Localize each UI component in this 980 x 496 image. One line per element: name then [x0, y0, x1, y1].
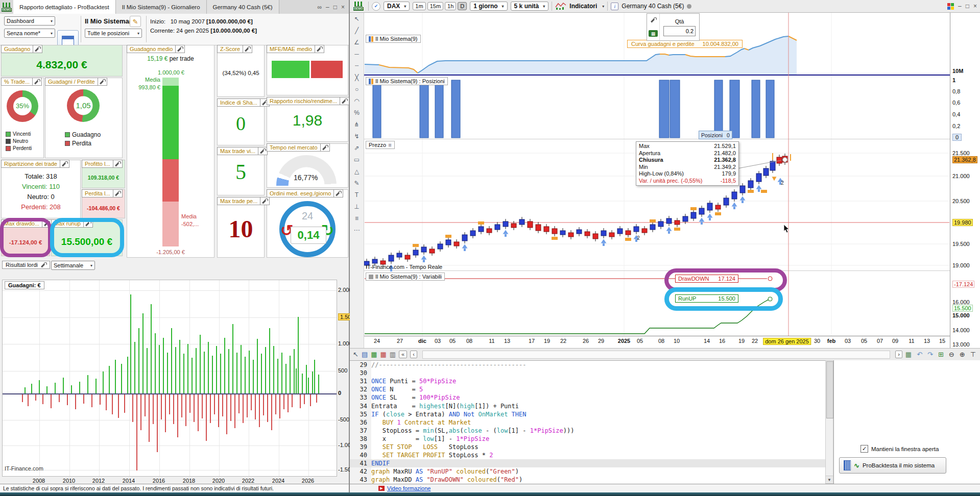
- undo-icon[interactable]: ↶: [917, 351, 922, 358]
- code-line[interactable]: 38 x = low[1] - 1*PipSize: [350, 435, 825, 443]
- layout-icon[interactable]: ▥: [390, 351, 396, 358]
- timeframe-button-1h[interactable]: 1h: [445, 2, 456, 10]
- widget-settings-icon[interactable]: [33, 78, 42, 86]
- equity-legend-chip[interactable]: Il Mio Sistema(9): [366, 35, 421, 43]
- fast-back-icon[interactable]: «: [399, 351, 407, 358]
- price-axis[interactable]: 10M10,80,60,40,2021.50021.362,821.00020.…: [950, 13, 980, 348]
- tab-rapporto-dettagliato[interactable]: Rapporto dettagliato - ProBacktest: [13, 0, 116, 14]
- code-line[interactable]: 39 SET STOP LOSS StopLoss: [350, 443, 825, 451]
- widget-settings-icon[interactable]: [260, 197, 270, 205]
- drawing-tool-icon-13[interactable]: △: [350, 165, 364, 177]
- detach-icon[interactable]: ∞: [317, 4, 322, 11]
- symbol-select[interactable]: DAX▾: [384, 2, 410, 11]
- period-select[interactable]: 1 giorno▾: [470, 2, 507, 11]
- variables-legend-chip[interactable]: Il Mio Sistema(9) : Variabili: [366, 272, 445, 281]
- drawing-tool-icon-8[interactable]: %: [350, 107, 364, 118]
- add-chart-icon[interactable]: ⊞: [938, 351, 944, 358]
- units-select[interactable]: 5 k unità▾: [511, 2, 549, 11]
- scroll-down-icon[interactable]: ▼: [826, 476, 833, 483]
- widget-settings-icon[interactable]: [60, 160, 69, 168]
- video-formazione-link[interactable]: Video formazione: [387, 485, 431, 491]
- grid-red-icon[interactable]: ▦: [380, 351, 387, 358]
- probacktest-run-button[interactable]: ∿ ProBacktesta il mio sistema: [839, 457, 946, 474]
- code-line[interactable]: 34Entrata = highest[N](high[1]) + Punti: [350, 402, 825, 410]
- time-axis[interactable]: 2427dic030508111317192226292025050810141…: [364, 336, 950, 349]
- timeframe-button-15m[interactable]: 15m: [427, 2, 443, 10]
- code-line[interactable]: 37 StopLoss = min(SL,abs(close - (low[1]…: [350, 427, 825, 435]
- code-line[interactable]: 40 SET TARGET PROFIT StopLoss * 2: [350, 451, 825, 459]
- drawing-tool-icon-10[interactable]: ↯: [350, 130, 364, 142]
- drawdown-flag[interactable]: DrawDOWN17.124: [675, 275, 738, 283]
- drawing-tool-icon-16[interactable]: ⊥: [350, 201, 364, 212]
- forward-icon[interactable]: ›: [895, 351, 902, 358]
- drawing-tool-icon-1[interactable]: ╱: [350, 24, 364, 36]
- close-icon[interactable]: ×: [973, 3, 977, 10]
- code-line[interactable]: 29//------------------------------------…: [350, 361, 825, 369]
- code-line[interactable]: 33ONCE SL = 100*PipSize: [350, 393, 825, 402]
- cursor-icon[interactable]: ↖: [353, 351, 358, 358]
- drawing-tool-icon-0[interactable]: ↖: [350, 13, 364, 24]
- drawing-tool-icon-11[interactable]: ⇗: [350, 142, 364, 154]
- widget-settings-icon[interactable]: [243, 45, 252, 53]
- calendar-icon[interactable]: ▦: [905, 351, 912, 358]
- minimize-icon[interactable]: –: [326, 4, 329, 11]
- grid-green-icon[interactable]: ▦: [371, 351, 377, 358]
- widget-settings-icon[interactable]: [334, 189, 343, 197]
- back-icon[interactable]: ‹: [410, 351, 417, 358]
- code-line[interactable]: 35IF (close > Entrata) AND Not OnMarket …: [350, 410, 825, 418]
- drawing-tool-icon-15[interactable]: T: [350, 189, 364, 201]
- code-line[interactable]: 41ENDIF: [350, 459, 825, 467]
- positions-legend-chip[interactable]: Il Mio Sistema(9) : Posizioni: [366, 77, 448, 85]
- drawing-tool-icon-17[interactable]: ≡: [350, 212, 364, 224]
- widget-settings-icon[interactable]: [113, 189, 123, 197]
- zoom-out-icon[interactable]: ⊖: [949, 351, 954, 358]
- price-legend-chip[interactable]: Prezzo≡: [366, 141, 395, 149]
- maximize-icon[interactable]: □: [333, 4, 337, 11]
- order-settings-icon[interactable]: [651, 17, 656, 23]
- widget-settings-icon[interactable]: [176, 45, 185, 53]
- widget-settings-icon[interactable]: [340, 97, 349, 105]
- positions-filter-select[interactable]: Tutte le posizioni▾: [85, 29, 142, 38]
- timeframe-button-1m[interactable]: 1m: [413, 2, 425, 10]
- layout-select[interactable]: Senza nome*▾: [4, 29, 55, 38]
- widget-settings-icon[interactable]: [315, 45, 324, 53]
- edit-system-icon[interactable]: ✎: [130, 16, 141, 27]
- code-line[interactable]: 43graph MaxDD AS "DrawDOWN" coloured("Re…: [350, 476, 825, 484]
- period-select[interactable]: Settimanale▾: [51, 261, 95, 270]
- widget-settings-icon[interactable]: [321, 143, 330, 152]
- keyboard-icon[interactable]: ▦: [649, 30, 658, 37]
- timeframe-button-D[interactable]: D: [458, 2, 467, 10]
- widget-settings-icon[interactable]: [33, 45, 42, 53]
- widget-settings-icon[interactable]: [113, 160, 123, 168]
- dashboard-select[interactable]: Dashboard▾: [4, 16, 55, 26]
- drawing-tool-icon-4[interactable]: ┄: [350, 60, 364, 71]
- drawing-tool-icon-2[interactable]: ∠: [350, 36, 364, 48]
- minimize-icon[interactable]: –: [958, 3, 962, 10]
- menu-icon[interactable]: ≡: [388, 142, 391, 148]
- drawing-tool-icon-3[interactable]: ─: [350, 48, 364, 60]
- info-icon[interactable]: i: [611, 3, 618, 10]
- tab-germany40[interactable]: Germany 40 Cash (5€): [207, 0, 279, 14]
- maximize-icon[interactable]: □: [966, 3, 969, 10]
- drawing-tool-icon-6[interactable]: ○: [350, 83, 364, 95]
- code-line[interactable]: 32ONCE N = 5: [350, 385, 825, 393]
- code-line[interactable]: 36 BUY 1 Contract at Market: [350, 418, 825, 427]
- drawing-tool-icon-7[interactable]: ◠: [350, 95, 364, 107]
- chevron-down-icon[interactable]: ▾: [602, 4, 604, 9]
- time-scrollbar[interactable]: [422, 351, 890, 359]
- code-line[interactable]: 30: [350, 369, 825, 377]
- code-editor[interactable]: 29//------------------------------------…: [350, 360, 825, 484]
- zoom-in-icon[interactable]: ⊕: [960, 351, 965, 358]
- close-icon[interactable]: ×: [341, 4, 345, 11]
- drawing-tool-icon-9[interactable]: ⋔: [350, 118, 364, 130]
- pin-icon[interactable]: ✔: [372, 2, 380, 11]
- chart-style-icon[interactable]: ▤: [362, 351, 368, 358]
- qta-input[interactable]: [663, 26, 696, 36]
- tab-sistema-giornaliero[interactable]: Il Mio Sistema(9) - Giornaliero: [116, 0, 207, 14]
- widget-settings-icon[interactable]: [98, 78, 107, 86]
- drawing-tool-icon-12[interactable]: ▭: [350, 154, 364, 165]
- redo-icon[interactable]: ↷: [927, 351, 933, 358]
- crosshair-icon[interactable]: ⊤: [970, 351, 976, 358]
- widget-settings-icon[interactable]: [41, 262, 46, 268]
- code-scrollbar[interactable]: ▼: [825, 360, 833, 484]
